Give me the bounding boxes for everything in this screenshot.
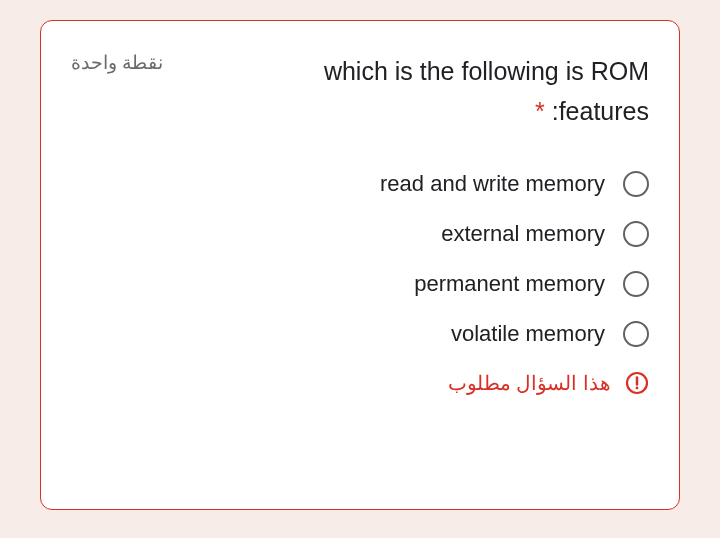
radio-icon <box>623 321 649 347</box>
option-permanent[interactable]: permanent memory <box>414 271 649 297</box>
radio-icon <box>623 271 649 297</box>
radio-icon <box>623 221 649 247</box>
svg-point-2 <box>636 387 639 390</box>
error-icon <box>625 371 649 395</box>
required-asterisk: * <box>535 97 545 125</box>
options-group: read and write memory external memory pe… <box>71 171 649 347</box>
option-label: external memory <box>441 221 605 247</box>
question-text: which is the following is ROM* :features <box>324 57 649 125</box>
points-label: نقطة واحدة <box>71 51 163 74</box>
option-label: volatile memory <box>451 321 605 347</box>
option-read-write[interactable]: read and write memory <box>380 171 649 197</box>
option-volatile[interactable]: volatile memory <box>451 321 649 347</box>
error-text: هذا السؤال مطلوب <box>448 371 611 395</box>
option-external[interactable]: external memory <box>441 221 649 247</box>
question-header: نقطة واحدة which is the following is ROM… <box>71 51 649 131</box>
radio-icon <box>623 171 649 197</box>
error-row: هذا السؤال مطلوب <box>71 371 649 395</box>
question-block: which is the following is ROM* :features <box>193 51 649 131</box>
option-label: read and write memory <box>380 171 605 197</box>
option-label: permanent memory <box>414 271 605 297</box>
question-card: نقطة واحدة which is the following is ROM… <box>40 20 680 510</box>
